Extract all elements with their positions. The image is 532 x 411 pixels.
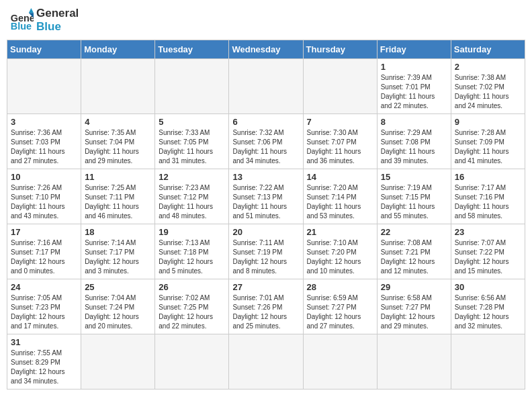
calendar-cell: 14Sunrise: 7:20 AM Sunset: 7:14 PM Dayli… <box>303 169 377 224</box>
week-row-1: 1Sunrise: 7:39 AM Sunset: 7:01 PM Daylig… <box>7 58 525 113</box>
day-info: Sunrise: 7:05 AM Sunset: 7:23 PM Dayligh… <box>11 293 77 331</box>
calendar-cell: 20Sunrise: 7:11 AM Sunset: 7:19 PM Dayli… <box>229 224 303 279</box>
calendar-cell <box>81 334 155 389</box>
day-number: 1 <box>381 62 447 72</box>
calendar-cell: 10Sunrise: 7:26 AM Sunset: 7:10 PM Dayli… <box>7 169 81 224</box>
calendar-cell: 29Sunrise: 6:58 AM Sunset: 7:27 PM Dayli… <box>377 279 451 334</box>
day-info: Sunrise: 7:38 AM Sunset: 7:02 PM Dayligh… <box>455 73 521 111</box>
day-number: 6 <box>232 117 299 127</box>
day-number: 30 <box>455 282 521 292</box>
day-info: Sunrise: 7:32 AM Sunset: 7:06 PM Dayligh… <box>232 128 299 166</box>
calendar-cell: 21Sunrise: 7:10 AM Sunset: 7:20 PM Dayli… <box>303 224 377 279</box>
calendar-cell: 18Sunrise: 7:14 AM Sunset: 7:17 PM Dayli… <box>81 224 155 279</box>
calendar-cell: 27Sunrise: 7:01 AM Sunset: 7:26 PM Dayli… <box>229 279 303 334</box>
calendar-cell: 19Sunrise: 7:13 AM Sunset: 7:18 PM Dayli… <box>155 224 229 279</box>
calendar-cell <box>81 58 155 113</box>
day-number: 12 <box>159 172 225 182</box>
weekday-header-saturday: Saturday <box>451 40 525 58</box>
calendar-cell <box>303 334 377 389</box>
calendar-cell: 13Sunrise: 7:22 AM Sunset: 7:13 PM Dayli… <box>229 169 303 224</box>
weekday-header-wednesday: Wednesday <box>229 40 303 58</box>
day-info: Sunrise: 7:39 AM Sunset: 7:01 PM Dayligh… <box>381 73 447 111</box>
day-info: Sunrise: 7:13 AM Sunset: 7:18 PM Dayligh… <box>159 238 225 276</box>
day-info: Sunrise: 7:36 AM Sunset: 7:03 PM Dayligh… <box>11 128 77 166</box>
calendar-cell: 6Sunrise: 7:32 AM Sunset: 7:06 PM Daylig… <box>229 113 303 169</box>
svg-marker-2 <box>29 8 34 13</box>
day-info: Sunrise: 7:35 AM Sunset: 7:04 PM Dayligh… <box>85 128 151 166</box>
calendar-cell: 4Sunrise: 7:35 AM Sunset: 7:04 PM Daylig… <box>81 113 155 169</box>
day-info: Sunrise: 6:59 AM Sunset: 7:27 PM Dayligh… <box>307 293 373 331</box>
calendar-cell: 26Sunrise: 7:02 AM Sunset: 7:25 PM Dayli… <box>155 279 229 334</box>
day-info: Sunrise: 7:11 AM Sunset: 7:19 PM Dayligh… <box>232 238 299 276</box>
calendar-cell: 8Sunrise: 7:29 AM Sunset: 7:08 PM Daylig… <box>377 113 451 169</box>
day-number: 27 <box>232 282 299 292</box>
day-info: Sunrise: 7:29 AM Sunset: 7:08 PM Dayligh… <box>381 128 447 166</box>
calendar-cell: 9Sunrise: 7:28 AM Sunset: 7:09 PM Daylig… <box>451 113 525 169</box>
day-number: 24 <box>11 282 77 292</box>
calendar-cell: 17Sunrise: 7:16 AM Sunset: 7:17 PM Dayli… <box>7 224 81 279</box>
calendar-cell <box>229 58 303 113</box>
day-number: 23 <box>455 227 521 237</box>
calendar-cell: 31Sunrise: 7:55 AM Sunset: 8:29 PM Dayli… <box>7 334 81 389</box>
weekday-header-sunday: Sunday <box>7 40 81 58</box>
logo: General Blue General Blue <box>9 7 79 34</box>
day-info: Sunrise: 7:30 AM Sunset: 7:07 PM Dayligh… <box>307 128 373 166</box>
weekday-header-monday: Monday <box>81 40 155 58</box>
calendar-cell: 3Sunrise: 7:36 AM Sunset: 7:03 PM Daylig… <box>7 113 81 169</box>
weekday-header-tuesday: Tuesday <box>155 40 229 58</box>
day-info: Sunrise: 7:25 AM Sunset: 7:11 PM Dayligh… <box>85 183 151 221</box>
day-info: Sunrise: 7:16 AM Sunset: 7:17 PM Dayligh… <box>11 238 77 276</box>
day-info: Sunrise: 7:55 AM Sunset: 8:29 PM Dayligh… <box>11 349 77 386</box>
calendar-cell <box>229 334 303 389</box>
day-info: Sunrise: 7:07 AM Sunset: 7:22 PM Dayligh… <box>455 238 521 276</box>
calendar-cell: 11Sunrise: 7:25 AM Sunset: 7:11 PM Dayli… <box>81 169 155 224</box>
day-number: 11 <box>85 172 151 182</box>
calendar-cell: 23Sunrise: 7:07 AM Sunset: 7:22 PM Dayli… <box>451 224 525 279</box>
day-info: Sunrise: 6:56 AM Sunset: 7:28 PM Dayligh… <box>455 293 521 331</box>
day-info: Sunrise: 7:22 AM Sunset: 7:13 PM Dayligh… <box>232 183 299 221</box>
day-number: 8 <box>381 117 447 127</box>
calendar-cell <box>451 334 525 389</box>
day-info: Sunrise: 7:10 AM Sunset: 7:20 PM Dayligh… <box>307 238 373 276</box>
calendar-cell: 1Sunrise: 7:39 AM Sunset: 7:01 PM Daylig… <box>377 58 451 113</box>
calendar-cell: 25Sunrise: 7:04 AM Sunset: 7:24 PM Dayli… <box>81 279 155 334</box>
day-number: 3 <box>11 117 77 127</box>
week-row-2: 3Sunrise: 7:36 AM Sunset: 7:03 PM Daylig… <box>7 113 525 169</box>
calendar-cell: 28Sunrise: 6:59 AM Sunset: 7:27 PM Dayli… <box>303 279 377 334</box>
calendar-cell: 15Sunrise: 7:19 AM Sunset: 7:15 PM Dayli… <box>377 169 451 224</box>
day-number: 19 <box>159 227 225 237</box>
calendar-cell <box>155 334 229 389</box>
day-number: 29 <box>381 282 447 292</box>
calendar-cell: 24Sunrise: 7:05 AM Sunset: 7:23 PM Dayli… <box>7 279 81 334</box>
day-number: 13 <box>232 172 299 182</box>
calendar-cell <box>377 334 451 389</box>
day-number: 5 <box>159 117 225 127</box>
day-number: 17 <box>11 227 77 237</box>
day-info: Sunrise: 7:08 AM Sunset: 7:21 PM Dayligh… <box>381 238 447 276</box>
day-info: Sunrise: 7:33 AM Sunset: 7:05 PM Dayligh… <box>159 128 225 166</box>
day-info: Sunrise: 7:20 AM Sunset: 7:14 PM Dayligh… <box>307 183 373 221</box>
day-number: 25 <box>85 282 151 292</box>
logo-icon: General Blue <box>9 8 34 32</box>
svg-text:Blue: Blue <box>11 21 32 32</box>
week-row-4: 17Sunrise: 7:16 AM Sunset: 7:17 PM Dayli… <box>7 224 525 279</box>
calendar-cell: 2Sunrise: 7:38 AM Sunset: 7:02 PM Daylig… <box>451 58 525 113</box>
day-number: 31 <box>11 337 77 347</box>
calendar-cell: 7Sunrise: 7:30 AM Sunset: 7:07 PM Daylig… <box>303 113 377 169</box>
day-number: 20 <box>232 227 299 237</box>
calendar-cell <box>155 58 229 113</box>
calendar: SundayMondayTuesdayWednesdayThursdayFrid… <box>7 40 525 390</box>
day-number: 28 <box>307 282 373 292</box>
day-number: 4 <box>85 117 151 127</box>
day-number: 2 <box>455 62 521 72</box>
day-number: 18 <box>85 227 151 237</box>
weekday-header-friday: Friday <box>377 40 451 58</box>
calendar-cell: 5Sunrise: 7:33 AM Sunset: 7:05 PM Daylig… <box>155 113 229 169</box>
day-number: 14 <box>307 172 373 182</box>
day-info: Sunrise: 7:02 AM Sunset: 7:25 PM Dayligh… <box>159 293 225 331</box>
calendar-cell: 22Sunrise: 7:08 AM Sunset: 7:21 PM Dayli… <box>377 224 451 279</box>
day-number: 10 <box>11 172 77 182</box>
calendar-cell: 16Sunrise: 7:17 AM Sunset: 7:16 PM Dayli… <box>451 169 525 224</box>
logo-general-text: General <box>36 7 79 20</box>
logo-blue-text: Blue <box>36 20 79 34</box>
